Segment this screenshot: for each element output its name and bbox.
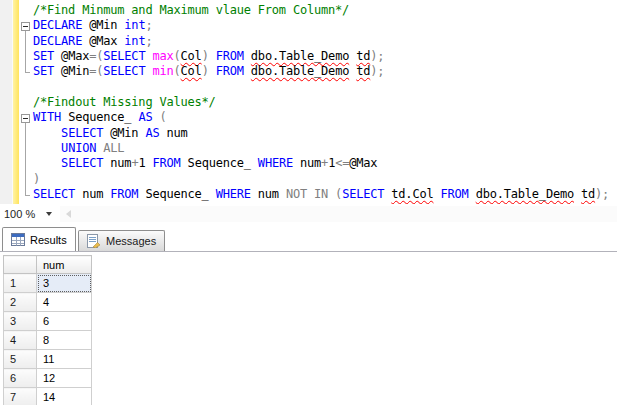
row-number-cell[interactable]: 7 bbox=[4, 388, 37, 405]
editor-gutter bbox=[0, 0, 13, 204]
code-line[interactable]: /*Findout Missing Values*/ bbox=[33, 95, 617, 110]
code-segment-error: td bbox=[581, 187, 595, 201]
code-line[interactable]: SELECT num+1 FROM Sequence_ WHERE num+1<… bbox=[33, 156, 617, 171]
data-cell[interactable]: 14 bbox=[37, 388, 92, 405]
code-segment: SELECT bbox=[33, 187, 75, 201]
row-number-cell[interactable]: 2 bbox=[4, 293, 37, 312]
code-segment-error: dbo.Table_Demo bbox=[251, 64, 349, 78]
code-segment: =( bbox=[89, 49, 103, 63]
table-row: 612 bbox=[4, 369, 92, 388]
code-segment bbox=[244, 64, 251, 78]
grid-corner-cell[interactable] bbox=[4, 256, 37, 274]
row-number-cell[interactable]: 1 bbox=[4, 274, 37, 293]
code-segment: @Min bbox=[54, 64, 89, 78]
code-segment-error: Col bbox=[181, 64, 202, 78]
editor-status-row: 100 % bbox=[0, 204, 617, 224]
data-cell-selected[interactable]: 3 bbox=[37, 274, 92, 293]
code-segment: min bbox=[152, 64, 173, 78]
horizontal-scrollbar[interactable] bbox=[60, 206, 617, 222]
code-line[interactable]: UNION ALL bbox=[33, 141, 617, 156]
code-segment: @Min bbox=[82, 18, 124, 32]
code-segment: FROM bbox=[216, 49, 244, 63]
data-cell[interactable]: 11 bbox=[37, 350, 92, 369]
code-line[interactable]: ) bbox=[33, 172, 617, 187]
code-segment: DECLARE bbox=[33, 34, 82, 48]
code-segment: Sequence_ bbox=[61, 110, 138, 124]
collapse-region-icon[interactable] bbox=[21, 22, 30, 31]
code-line[interactable]: SET @Min=(SELECT min(Col) FROM dbo.Table… bbox=[33, 64, 617, 79]
results-grid-body: 13243648511612714 bbox=[4, 274, 92, 405]
collapse-region-icon[interactable] bbox=[21, 114, 30, 123]
code-segment: ( bbox=[174, 64, 181, 78]
results-pane: num 13243648511612714 bbox=[0, 251, 617, 405]
code-segment: num bbox=[251, 187, 286, 201]
code-line[interactable] bbox=[33, 80, 617, 95]
code-segment: ( bbox=[152, 110, 166, 124]
code-line[interactable]: SET @Max=(SELECT max(Col) FROM dbo.Table… bbox=[33, 49, 617, 64]
code-segment: FROM bbox=[110, 187, 138, 201]
code-segment: ); bbox=[595, 187, 609, 201]
row-number-cell[interactable]: 3 bbox=[4, 312, 37, 331]
code-segment: NOT IN ( bbox=[286, 187, 342, 201]
chevron-down-icon bbox=[46, 212, 52, 216]
code-segment: num bbox=[75, 187, 110, 201]
tab-label: Results bbox=[30, 234, 67, 246]
code-area[interactable]: /*Find Minmum and Maximum vlaue From Col… bbox=[33, 3, 617, 204]
data-cell[interactable]: 6 bbox=[37, 312, 92, 331]
code-segment: =( bbox=[89, 64, 103, 78]
code-segment: FROM bbox=[441, 187, 469, 201]
sql-editor[interactable]: /*Find Minmum and Maximum vlaue From Col… bbox=[0, 0, 617, 204]
column-header[interactable]: num bbox=[37, 256, 92, 274]
results-grid: num 13243648511612714 bbox=[3, 255, 92, 405]
data-cell[interactable]: 8 bbox=[37, 331, 92, 350]
code-segment-error: td.Col bbox=[391, 187, 433, 201]
code-segment bbox=[433, 187, 440, 201]
code-segment: SELECT bbox=[61, 126, 103, 140]
code-segment: ) bbox=[202, 64, 216, 78]
code-segment: Sequence_ bbox=[138, 187, 215, 201]
code-segment: @Max bbox=[82, 34, 124, 48]
code-line[interactable]: WITH Sequence_ AS ( bbox=[33, 110, 617, 125]
row-number-cell[interactable]: 4 bbox=[4, 331, 37, 350]
code-segment: @Max bbox=[349, 156, 377, 170]
tab-messages[interactable]: Messages bbox=[78, 230, 165, 251]
zoom-level-value: 100 % bbox=[4, 208, 35, 220]
code-segment: /*Findout Missing Values*/ bbox=[33, 95, 216, 109]
table-row: 511 bbox=[4, 350, 92, 369]
code-line[interactable]: SELECT num FROM Sequence_ WHERE num NOT … bbox=[33, 187, 617, 202]
code-segment-error: td bbox=[356, 49, 370, 63]
table-row: 48 bbox=[4, 331, 92, 350]
code-line[interactable]: DECLARE @Min int; bbox=[33, 18, 617, 33]
table-row: 13 bbox=[4, 274, 92, 293]
grid-header-row: num bbox=[4, 256, 92, 274]
code-segment: DECLARE bbox=[33, 18, 82, 32]
row-number-cell[interactable]: 6 bbox=[4, 369, 37, 388]
zoom-dropdown[interactable]: 100 % bbox=[2, 205, 56, 223]
code-segment: num bbox=[103, 156, 131, 170]
results-tab-strip: Results Messages bbox=[0, 224, 617, 251]
code-segment: FROM bbox=[152, 156, 180, 170]
table-row: 36 bbox=[4, 312, 92, 331]
code-line[interactable]: DECLARE @Max int; bbox=[33, 34, 617, 49]
code-segment: ; bbox=[145, 34, 152, 48]
code-line[interactable]: /*Find Minmum and Maximum vlaue From Col… bbox=[33, 3, 617, 18]
row-number-cell[interactable]: 5 bbox=[4, 350, 37, 369]
code-segment: WHERE bbox=[216, 187, 251, 201]
code-segment bbox=[574, 187, 581, 201]
code-segment: max bbox=[152, 49, 173, 63]
results-grid-icon bbox=[11, 233, 25, 246]
data-cell[interactable]: 4 bbox=[37, 293, 92, 312]
code-segment: SELECT bbox=[103, 64, 145, 78]
tab-results[interactable]: Results bbox=[2, 227, 76, 251]
code-segment-error: Col bbox=[181, 49, 202, 63]
code-line[interactable]: SELECT @Min AS num bbox=[33, 126, 617, 141]
code-segment: Sequence_ bbox=[181, 156, 258, 170]
data-cell[interactable]: 12 bbox=[37, 369, 92, 388]
code-segment-error: td bbox=[356, 64, 370, 78]
code-segment: int bbox=[124, 18, 145, 32]
table-row: 24 bbox=[4, 293, 92, 312]
fold-region-line bbox=[25, 123, 26, 195]
code-segment: WITH bbox=[33, 110, 61, 124]
code-segment: FROM bbox=[216, 64, 244, 78]
code-segment: ); bbox=[370, 49, 384, 63]
